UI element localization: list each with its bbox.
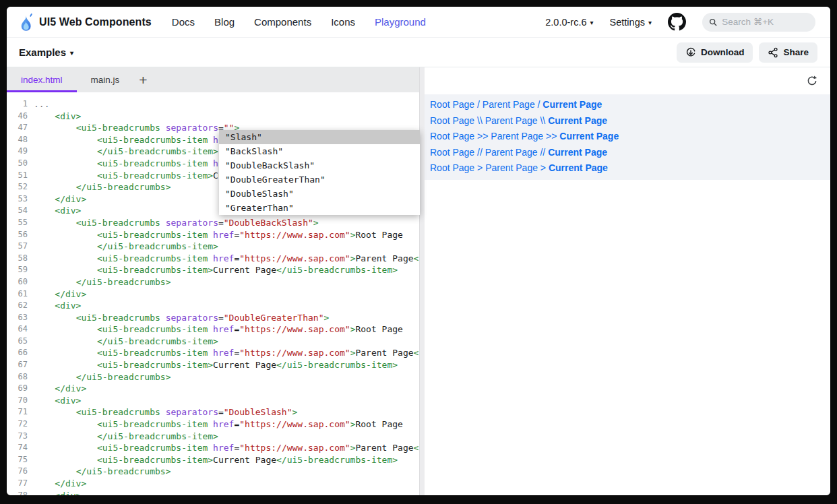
line-number: 78 xyxy=(7,490,34,495)
code-line: 74 <ui5-breadcrumbs-item href="https://w… xyxy=(7,442,419,454)
share-button[interactable]: Share xyxy=(759,42,817,63)
line-number: 68 xyxy=(7,371,34,383)
nav-item-docs[interactable]: Docs xyxy=(172,16,195,28)
line-number: 53 xyxy=(7,193,34,206)
line-number: 51 xyxy=(7,170,34,182)
github-icon[interactable] xyxy=(668,13,686,31)
breadcrumb-separator: > xyxy=(474,162,485,173)
breadcrumb-current: Current Page xyxy=(548,115,607,126)
autocomplete-popup: "Slash""BackSlash""DoubleBackSlash""Doub… xyxy=(219,130,420,215)
code-text: </ui5-breadcrumbs-item> xyxy=(34,336,218,348)
breadcrumb-separator: / xyxy=(474,99,483,110)
breadcrumb-link[interactable]: Parent Page xyxy=(485,147,538,158)
autocomplete-item[interactable]: "DoubleGreaterThan" xyxy=(219,172,420,187)
autocomplete-item[interactable]: "BackSlash" xyxy=(219,144,420,158)
code-text: </ui5-breadcrumbs> xyxy=(34,371,171,383)
share-icon xyxy=(768,47,778,58)
nav-item-components[interactable]: Components xyxy=(254,16,311,28)
breadcrumb-link[interactable]: Root Page xyxy=(430,99,474,110)
code-line: 46 <div> xyxy=(7,111,419,123)
breadcrumb-link[interactable]: Parent Page xyxy=(485,162,538,173)
code-text: <ui5-breadcrumbs separators=""> xyxy=(34,122,239,134)
breadcrumb-current: Current Page xyxy=(542,99,602,110)
code-line: 64 <ui5-breadcrumbs-item href="https://w… xyxy=(7,323,419,336)
header-right-group: 2.0.0-rc.6 ▾ Settings ▾ xyxy=(545,13,815,32)
code-line: 55 <ui5-breadcrumbs separators="DoubleBa… xyxy=(7,217,419,229)
code-text: </div> xyxy=(34,383,86,395)
breadcrumb-link[interactable]: Parent Page xyxy=(483,99,535,110)
code-line: 61 </div> xyxy=(7,288,419,301)
breadcrumb-current: Current Page xyxy=(549,162,608,173)
preview-pane: Root Page / Parent Page / Current PageRo… xyxy=(425,67,830,495)
code-line: 76 </ui5-breadcrumbs> xyxy=(7,466,419,478)
code-text: <div> xyxy=(34,490,81,495)
breadcrumb-link[interactable]: Root Page xyxy=(430,162,474,173)
examples-label: Examples xyxy=(19,46,66,58)
nav-item-blog[interactable]: Blog xyxy=(214,16,235,28)
add-tab-button[interactable]: + xyxy=(135,67,151,92)
settings-dropdown[interactable]: Settings ▾ xyxy=(610,17,652,28)
line-number: 75 xyxy=(7,454,34,466)
autocomplete-item[interactable]: "Slash" xyxy=(219,130,420,144)
code-text: <ui5-breadcrumbs-item href="https://www.… xyxy=(34,229,403,241)
line-number: 49 xyxy=(7,146,34,158)
line-number: 50 xyxy=(7,158,34,170)
line-number: 70 xyxy=(7,395,34,407)
examples-toolbar: Examples ▾ Download Share xyxy=(7,38,830,67)
line-number: 77 xyxy=(7,478,34,490)
code-text: </ui5-breadcrumbs-item> xyxy=(34,146,218,158)
autocomplete-item[interactable]: "DoubleSlash" xyxy=(219,187,420,201)
breadcrumb-separator: // xyxy=(538,147,549,158)
code-text: </ui5-breadcrumbs-item> xyxy=(34,431,218,443)
breadcrumb-separator: / xyxy=(535,99,543,110)
line-number: 52 xyxy=(7,181,34,193)
search-box[interactable] xyxy=(702,13,815,32)
breadcrumb-link[interactable]: Root Page xyxy=(430,131,474,141)
line-number: 60 xyxy=(7,276,34,288)
code-text: <ui5-breadcrumbs separators="DoubleSlash… xyxy=(34,406,297,418)
download-icon xyxy=(685,47,696,58)
breadcrumb-link[interactable]: Parent Page xyxy=(485,115,538,126)
nav-item-icons[interactable]: Icons xyxy=(331,16,355,28)
code-line: 67 <ui5-breadcrumbs-item>Current Page</u… xyxy=(7,359,419,371)
tab-main.js[interactable]: main.js xyxy=(77,67,134,92)
breadcrumb-link[interactable]: Root Page xyxy=(430,115,474,126)
code-text: <ui5-breadcrumbs-item href="https://www.… xyxy=(34,253,419,265)
pane-divider[interactable] xyxy=(419,67,425,495)
main-split: index.htmlmain.js + 1...46 <div>47 <ui5-… xyxy=(7,67,830,495)
code-line: 62 <div> xyxy=(7,300,419,312)
editor-tabbar: index.htmlmain.js + xyxy=(7,67,419,92)
breadcrumb-link[interactable]: Parent Page xyxy=(491,131,543,141)
code-line: 70 <div> xyxy=(7,395,419,407)
brand-title[interactable]: UI5 Web Components xyxy=(39,16,152,28)
refresh-icon[interactable] xyxy=(807,75,817,86)
line-number: 66 xyxy=(7,347,34,359)
breadcrumb-current: Current Page xyxy=(559,131,619,141)
autocomplete-item[interactable]: "DoubleBackSlash" xyxy=(219,158,420,172)
code-text: <ui5-breadcrumbs-item href="https://www.… xyxy=(34,347,419,359)
version-dropdown[interactable]: 2.0.0-rc.6 ▾ xyxy=(545,17,593,28)
editor-tabs: index.htmlmain.js xyxy=(7,67,133,92)
line-number: 46 xyxy=(7,111,34,123)
search-input[interactable] xyxy=(722,17,809,27)
line-number: 55 xyxy=(7,217,34,229)
breadcrumbs-panel: Root Page / Parent Page / Current PageRo… xyxy=(425,94,830,180)
code-line: 58 <ui5-breadcrumbs-item href="https://w… xyxy=(7,253,419,265)
line-number: 65 xyxy=(7,336,34,348)
examples-dropdown[interactable]: Examples ▾ xyxy=(19,46,73,58)
download-button[interactable]: Download xyxy=(677,42,753,63)
code-line: 56 <ui5-breadcrumbs-item href="https://w… xyxy=(7,229,419,241)
chevron-down-icon: ▾ xyxy=(590,19,594,26)
ui5-flame-logo-icon[interactable] xyxy=(19,13,33,32)
code-text: <ui5-breadcrumbs-item href="https://www.… xyxy=(34,442,419,454)
line-number: 61 xyxy=(7,288,34,301)
code-text: </ui5-breadcrumbs> xyxy=(34,466,171,478)
nav-item-playground[interactable]: Playground xyxy=(375,16,426,28)
tab-index.html[interactable]: index.html xyxy=(7,67,77,92)
breadcrumb-link[interactable]: Root Page xyxy=(430,147,474,158)
code-text: <ui5-breadcrumbs-item>Current Page</ui5-… xyxy=(34,359,398,371)
code-text: </ui5-breadcrumbs> xyxy=(34,276,171,288)
line-number: 47 xyxy=(7,122,34,134)
preview-toolbar xyxy=(425,67,830,94)
autocomplete-item[interactable]: "GreaterThan" xyxy=(219,201,420,215)
